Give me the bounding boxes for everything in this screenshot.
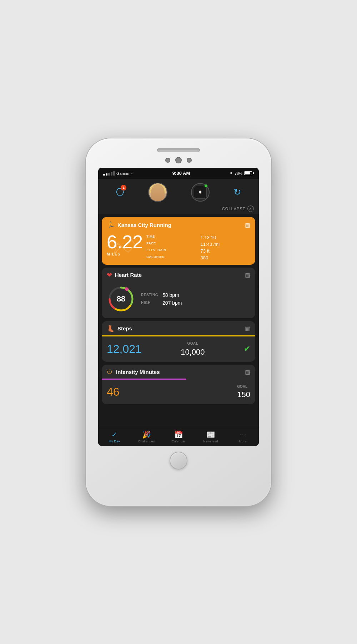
battery-tip xyxy=(253,172,254,174)
watch-inner: ⌚ xyxy=(194,186,207,199)
steps-card[interactable]: 👢 Steps ▩ 12,021 GOAL 10,000 ✔ xyxy=(102,321,255,362)
phone-device: Garmin ≈ 9:30 AM ⚭ 78% ⎔ 1 xyxy=(86,138,271,506)
screen: Garmin ≈ 9:30 AM ⚭ 78% ⎔ 1 xyxy=(98,168,259,446)
collapse-bar: COLLAPSE ∧ xyxy=(98,204,259,214)
intensity-icon: ⏲ xyxy=(107,368,113,376)
steps-value: 12,021 xyxy=(107,343,142,356)
newsfeed-label: Newsfeed xyxy=(203,440,218,443)
carrier-name: Garmin xyxy=(116,171,129,176)
stat-label-cal: CALORIES xyxy=(146,255,196,260)
challenges-label: Challenges xyxy=(138,440,155,443)
steps-title: Steps xyxy=(117,325,132,331)
heart-rate-title: Heart Rate xyxy=(115,272,142,278)
collapse-chevron-icon: ∧ xyxy=(247,206,254,212)
heart-rate-card[interactable]: ❤ Heart Rate ▩ xyxy=(102,268,255,318)
steps-body: 12,021 GOAL 10,000 ✔ xyxy=(102,340,255,362)
notification-badge: 1 xyxy=(121,185,126,191)
heart-chart-icon: ▩ xyxy=(245,272,250,278)
intensity-title-row: ⏲ Intensity Minutes xyxy=(107,368,160,376)
battery-fill xyxy=(245,172,250,174)
map-watermark xyxy=(107,233,139,261)
running-card-title: Kansas City Running xyxy=(117,222,171,228)
signal-bar-1 xyxy=(103,174,105,176)
high-hr-value: 207 bpm xyxy=(162,300,182,306)
calendar-icon: 📅 xyxy=(174,430,183,439)
running-stats-grid: TIME 1:13:10 PACE 11:43 /mi ELEV. GAIN 7… xyxy=(146,233,250,260)
nav-calendar[interactable]: 📅 Calendar xyxy=(168,430,189,443)
sensor-dot xyxy=(165,158,170,163)
resting-hr-label: RESTING xyxy=(141,293,158,297)
intensity-goal-section: GOAL 150 xyxy=(237,385,250,399)
inbox-button[interactable]: ⎔ 1 xyxy=(116,186,124,198)
running-title-row: 🏃 Kansas City Running xyxy=(107,221,171,229)
newsfeed-icon: 📰 xyxy=(206,430,215,439)
steps-icon: 👢 xyxy=(107,325,115,333)
stat-label-elev: ELEV. GAIN xyxy=(146,248,196,254)
intensity-header: ⏲ Intensity Minutes ▩ xyxy=(102,365,255,379)
steps-header: 👢 Steps ▩ xyxy=(102,321,255,335)
intensity-title: Intensity Minutes xyxy=(116,369,160,375)
battery-percent: 78% xyxy=(235,171,242,176)
more-label: More xyxy=(239,440,246,443)
bluetooth-icon: ⚭ xyxy=(230,171,233,176)
intensity-goal-value: 150 xyxy=(237,390,250,399)
collapse-label: COLLAPSE xyxy=(222,207,246,211)
running-icon: 🏃 xyxy=(107,221,115,229)
steps-progress-bar xyxy=(102,335,255,336)
my-day-icon: ✓ xyxy=(111,430,117,439)
content-area: 🏃 Kansas City Running ▩ 6.22 MILES TIME … xyxy=(98,214,259,428)
intensity-value: 46 xyxy=(107,385,120,399)
speaker xyxy=(157,148,200,152)
stat-value-pace: 11:43 /mi xyxy=(201,242,250,247)
nav-my-day[interactable]: ✓ My Day xyxy=(104,430,125,443)
signal-bar-5 xyxy=(113,171,115,176)
intensity-minutes-card[interactable]: ⏲ Intensity Minutes ▩ 46 GOAL 150 xyxy=(102,365,255,404)
intensity-chart-icon: ▩ xyxy=(245,369,250,375)
status-time: 9:30 AM xyxy=(172,171,190,176)
steps-goal-value: 10,000 xyxy=(181,348,205,357)
nav-more[interactable]: ⋯ More xyxy=(232,430,253,443)
heart-rate-stats: RESTING 58 bpm HIGH 207 bpm xyxy=(141,292,182,306)
battery-body xyxy=(244,171,252,175)
high-hr-row: HIGH 207 bpm xyxy=(141,300,182,306)
nav-challenges[interactable]: 🎉 Challenges xyxy=(136,430,157,443)
sensor-dot-2 xyxy=(187,158,192,163)
battery-indicator xyxy=(244,171,254,175)
heart-rate-body: 88 RESTING 58 bpm HIGH 207 bpm xyxy=(102,282,255,318)
signal-strength xyxy=(103,171,115,176)
running-chart-icon: ▩ xyxy=(245,222,250,228)
running-activity-card[interactable]: 🏃 Kansas City Running ▩ 6.22 MILES TIME … xyxy=(102,217,255,265)
signal-bar-2 xyxy=(106,173,107,176)
steps-goal-section: GOAL 10,000 xyxy=(181,341,205,357)
status-left: Garmin ≈ xyxy=(103,171,133,176)
resting-hr-row: RESTING 58 bpm xyxy=(141,292,182,298)
heart-rate-value: 88 xyxy=(117,294,125,304)
camera-dot xyxy=(175,157,182,163)
intensity-body: 46 GOAL 150 xyxy=(102,383,255,404)
stat-label-pace: PACE xyxy=(146,242,196,247)
nav-newsfeed[interactable]: 📰 Newsfeed xyxy=(200,430,221,443)
watch-icon: ⌚ xyxy=(191,183,210,202)
intensity-goal-label: GOAL xyxy=(237,385,247,389)
watch-connected-dot xyxy=(205,184,207,187)
profile-button[interactable] xyxy=(148,183,167,202)
my-day-label: My Day xyxy=(109,440,120,443)
avatar-image xyxy=(149,183,167,201)
sync-button[interactable]: ↻ xyxy=(233,187,241,198)
steps-title-row: 👢 Steps xyxy=(107,325,132,333)
device-button[interactable]: ⌚ xyxy=(191,183,210,202)
home-button[interactable] xyxy=(170,452,187,470)
stat-label-time: TIME xyxy=(146,235,196,240)
heart-rate-header: ❤ Heart Rate ▩ xyxy=(102,268,255,282)
front-camera-area xyxy=(165,157,192,163)
stat-value-cal: 380 xyxy=(201,255,250,260)
resting-hr-value: 58 bpm xyxy=(162,292,179,298)
challenges-icon: 🎉 xyxy=(142,430,151,439)
wifi-icon: ≈ xyxy=(131,171,133,176)
more-icon: ⋯ xyxy=(239,430,246,439)
calendar-label: Calendar xyxy=(172,440,185,443)
collapse-button[interactable]: COLLAPSE ∧ xyxy=(222,206,254,212)
heart-rate-gauge: 88 xyxy=(107,285,135,313)
sync-icon: ↻ xyxy=(233,187,241,198)
status-right: ⚭ 78% xyxy=(230,171,254,176)
